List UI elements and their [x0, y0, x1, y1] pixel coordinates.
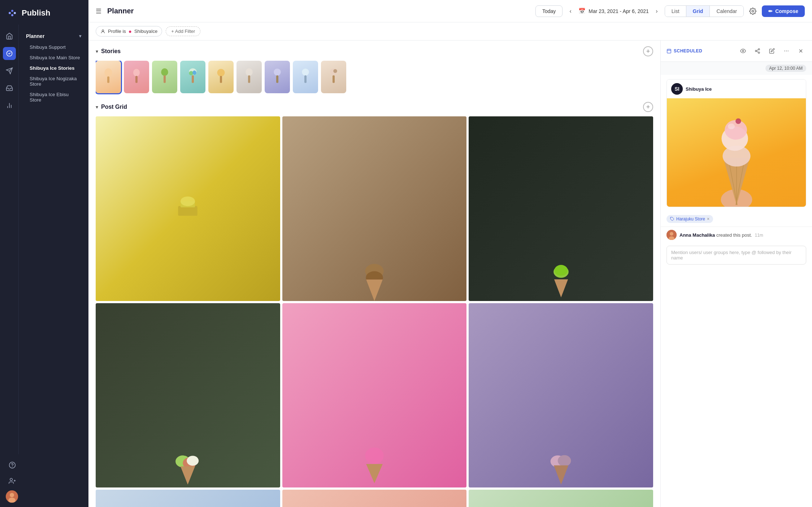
panel-header: SCHEDULED: [661, 40, 812, 62]
post-grid-chevron[interactable]: ▾: [96, 104, 98, 110]
svg-point-3: [11, 14, 13, 16]
user-avatar[interactable]: [6, 490, 18, 503]
sidebar-publish-icon[interactable]: [3, 47, 16, 60]
profile-filter-label: Profile is: [108, 29, 126, 34]
story-thumb-6[interactable]: [236, 61, 262, 93]
panel-view-icon[interactable]: [738, 46, 748, 56]
sidebar-item-shibuya-ebisu[interactable]: Shibuya Ice Ebisu Store: [19, 89, 88, 105]
comment-input[interactable]: Mention users/ user groups here, type @ …: [666, 246, 806, 265]
svg-text:SI: SI: [674, 86, 679, 92]
svg-point-32: [246, 68, 253, 76]
sidebar-home-icon[interactable]: [3, 30, 16, 43]
svg-point-65: [742, 50, 744, 52]
instagram-icon: ●: [129, 28, 132, 34]
stories-chevron[interactable]: ▾: [96, 48, 98, 54]
sidebar-planner-chevron: ▾: [79, 34, 81, 39]
prev-date-arrow[interactable]: ‹: [565, 6, 576, 16]
tag-close-icon[interactable]: ×: [707, 216, 709, 222]
svg-point-39: [333, 69, 337, 73]
svg-point-87: [735, 118, 741, 124]
story-thumb-8[interactable]: [293, 61, 318, 93]
profile-name: ShibuyaIce: [134, 29, 157, 34]
svg-point-72: [786, 51, 787, 51]
story-thumb-5[interactable]: [208, 61, 234, 93]
svg-rect-23: [135, 76, 138, 83]
svg-point-52: [187, 456, 199, 466]
post-item-5[interactable]: [282, 303, 467, 488]
app-title: Publish: [22, 8, 50, 18]
stories-add-button[interactable]: +: [643, 46, 653, 56]
tab-list[interactable]: List: [665, 6, 686, 17]
sidebar-user-add-icon[interactable]: [6, 474, 19, 487]
svg-line-69: [757, 51, 759, 52]
story-thumb-4[interactable]: [180, 61, 205, 93]
svg-point-73: [788, 51, 789, 51]
post-item-3[interactable]: [469, 116, 653, 301]
panel-edit-icon[interactable]: [767, 46, 777, 56]
post-item-8[interactable]: [282, 490, 467, 507]
panel-share-icon[interactable]: [752, 46, 763, 56]
svg-point-36: [302, 69, 309, 76]
post-item-1[interactable]: [96, 116, 280, 301]
sidebar-item-shibuya-stories[interactable]: Shibuya Ice Stories: [19, 63, 88, 73]
view-tabs: List Grid Calendar: [665, 5, 744, 17]
sidebar-help-icon[interactable]: [6, 459, 19, 472]
sidebar-bottom: [0, 454, 88, 507]
sidebar-planner-header[interactable]: Planner ▾: [19, 30, 88, 42]
tab-calendar[interactable]: Calendar: [710, 6, 743, 17]
svg-rect-40: [333, 76, 335, 83]
panel-more-icon[interactable]: [781, 46, 792, 56]
sidebar-item-shibuya-support[interactable]: Shibuya Support: [19, 42, 88, 52]
svg-marker-53: [181, 467, 195, 485]
panel-actions: [738, 46, 806, 56]
sidebar-inbox-icon[interactable]: [3, 82, 16, 95]
post-item-4[interactable]: [96, 303, 280, 488]
sidebar-item-shibuya-nogizaka[interactable]: Shibuya Ice Nogizaka Store: [19, 73, 88, 89]
svg-rect-21: [107, 77, 109, 83]
compose-button[interactable]: ✏ Compose: [762, 5, 805, 17]
svg-rect-61: [667, 49, 671, 53]
post-item-7[interactable]: [96, 490, 280, 507]
svg-point-86: [728, 124, 734, 129]
post-item-6[interactable]: [469, 303, 653, 488]
story-thumb-7[interactable]: [265, 61, 290, 93]
story-thumb-1[interactable]: [96, 61, 121, 93]
add-filter-label: + Add Filter: [171, 29, 195, 34]
story-thumb-2[interactable]: [124, 61, 149, 93]
profile-filter-chip[interactable]: Profile is ● ShibuyaIce: [96, 26, 162, 36]
sidebar-analytics-icon[interactable]: [3, 99, 16, 112]
story-thumb-3[interactable]: [152, 61, 177, 93]
add-filter-button[interactable]: + Add Filter: [166, 26, 200, 36]
sidebar-planner-section: Planner ▾ Shibuya Support Shibuya Ice Ma…: [19, 27, 88, 108]
svg-point-68: [758, 52, 760, 53]
header-nav: Today ‹ 📅 Mar 23, 2021 - Apr 6, 2021 › L…: [535, 5, 805, 17]
story-thumb-9[interactable]: [321, 61, 346, 93]
post-username: Shibuya Ice: [686, 86, 712, 92]
harajuku-tag[interactable]: Harajuku Store ×: [666, 215, 713, 223]
post-item-2[interactable]: [282, 116, 467, 301]
sidebar-send-icon[interactable]: [3, 64, 16, 77]
svg-line-70: [757, 50, 759, 51]
post-item-9[interactable]: [469, 490, 653, 507]
settings-icon[interactable]: [747, 5, 759, 17]
svg-point-1: [11, 10, 13, 12]
svg-point-67: [755, 50, 757, 52]
sidebar-item-shibuya-main[interactable]: Shibuya Ice Main Store: [19, 52, 88, 63]
sidebar-logo: Publish: [0, 0, 88, 25]
svg-marker-46: [366, 279, 383, 301]
today-button[interactable]: Today: [535, 5, 563, 17]
next-date-arrow[interactable]: ›: [652, 6, 662, 16]
panel-date-badge: Apr 12, 10:00 AM: [765, 65, 806, 72]
svg-rect-29: [192, 76, 194, 83]
svg-marker-49: [554, 279, 568, 297]
post-grid-title-row: ▾ Post Grid: [96, 104, 127, 110]
post-grid-add-button[interactable]: +: [643, 102, 653, 112]
svg-point-28: [192, 70, 196, 75]
sidebar-list: Planner ▾ Shibuya Support Shibuya Ice Ma…: [19, 25, 88, 454]
menu-icon[interactable]: ☰: [96, 7, 101, 15]
svg-marker-55: [366, 464, 383, 483]
svg-point-54: [365, 448, 383, 464]
panel-close-icon[interactable]: [795, 46, 806, 56]
tab-grid[interactable]: Grid: [686, 6, 710, 17]
svg-marker-58: [553, 465, 568, 485]
